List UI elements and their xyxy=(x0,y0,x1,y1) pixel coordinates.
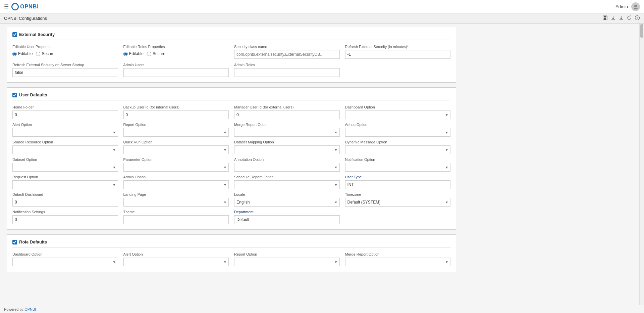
scrollbar[interactable] xyxy=(639,24,644,283)
dataset-mapping-select[interactable] xyxy=(234,145,340,154)
admin-users-label: Admin Users xyxy=(123,63,229,67)
default-dashboard-group: Default Dashboard xyxy=(12,192,118,207)
dynamic-message-select[interactable] xyxy=(345,145,451,154)
alert-option-group: Alert Option ▼ xyxy=(12,123,118,137)
brand-text: OPNBI xyxy=(20,4,39,10)
timezone-wrap: Default (SYSTEM) ▼ xyxy=(345,198,451,207)
user-defaults-checkbox[interactable] xyxy=(12,93,17,97)
annotation-option-select[interactable] xyxy=(234,163,340,172)
user-type-input[interactable] xyxy=(345,180,451,189)
backup-user-group: Backup User Id (for internal users) xyxy=(123,105,229,119)
rd-merge-report-select[interactable] xyxy=(345,258,451,266)
locale-select[interactable]: English xyxy=(234,198,340,207)
dashboard-option-group: Dashboard Option ▼ xyxy=(345,105,451,119)
editable-radio-item[interactable]: Editable xyxy=(12,51,33,56)
roles-editable-radio-item[interactable]: Editable xyxy=(123,51,144,56)
rd-dashboard-option-wrap: ▼ xyxy=(12,258,118,266)
shared-resource-wrap: ▼ xyxy=(12,145,118,154)
rd-report-option-select[interactable] xyxy=(234,258,340,266)
secure-radio-item[interactable]: Secure xyxy=(36,51,54,56)
rd-dashboard-option-select[interactable] xyxy=(12,258,118,266)
save-icon[interactable] xyxy=(602,15,608,21)
editable-user-props-radios: Editable Secure xyxy=(12,51,118,56)
timezone-select[interactable]: Default (SYSTEM) xyxy=(345,198,451,207)
timezone-label: Timezone xyxy=(345,192,451,196)
parameter-option-wrap: ▼ xyxy=(123,163,229,172)
landing-page-select[interactable] xyxy=(123,198,229,207)
role-defaults-checkbox[interactable] xyxy=(12,240,17,244)
refresh-ext-security-input[interactable] xyxy=(345,50,451,59)
schedule-report-label: Schedule Report Option xyxy=(234,175,340,179)
quick-run-select[interactable] xyxy=(123,145,229,154)
notification-settings-input[interactable] xyxy=(12,215,118,224)
rd-row1: Dashboard Option ▼ Alert Option ▼ Report… xyxy=(12,252,450,266)
notification-option-select[interactable] xyxy=(345,163,451,172)
adhoc-option-label: Adhoc Option xyxy=(345,123,451,127)
ud-row6: Default Dashboard Landing Page ▼ Locale … xyxy=(12,192,450,207)
parameter-option-group: Parameter Option ▼ xyxy=(123,158,229,172)
parameter-option-select[interactable] xyxy=(123,163,229,172)
alert-option-select[interactable] xyxy=(12,128,118,137)
admin-roles-label: Admin Roles xyxy=(234,63,340,67)
dynamic-message-wrap: ▼ xyxy=(345,145,451,154)
timezone-group: Timezone Default (SYSTEM) ▼ xyxy=(345,192,451,207)
notification-option-group: Notification Option ▼ xyxy=(345,158,451,172)
default-dashboard-label: Default Dashboard xyxy=(12,192,118,196)
roles-secure-radio-item[interactable]: Secure xyxy=(147,51,165,56)
dashboard-option-select[interactable] xyxy=(345,110,451,119)
merge-report-select[interactable] xyxy=(234,128,340,137)
shared-resource-select[interactable] xyxy=(12,145,118,154)
refresh-startup-input[interactable] xyxy=(12,68,118,77)
download-icon[interactable] xyxy=(610,15,616,21)
request-option-select[interactable] xyxy=(12,180,118,189)
admin-roles-input[interactable] xyxy=(234,68,340,77)
department-input[interactable] xyxy=(234,215,340,224)
rd-merge-report-wrap: ▼ xyxy=(345,258,451,266)
report-option-select[interactable] xyxy=(123,128,229,137)
avatar[interactable] xyxy=(631,2,640,11)
ud-row2: Alert Option ▼ Report Option ▼ Merge Rep… xyxy=(12,123,450,137)
theme-input[interactable] xyxy=(123,215,229,224)
manager-user-group: Manager User Id (for external users) xyxy=(234,105,340,119)
admin-users-input[interactable] xyxy=(123,68,229,77)
ud-row7: Notification Settings Theme Department xyxy=(12,210,450,224)
landing-page-wrap: ▼ xyxy=(123,198,229,207)
rd-alert-option-group: Alert Option ▼ xyxy=(123,252,229,266)
svg-point-1 xyxy=(634,8,638,9)
dataset-option-select[interactable] xyxy=(12,163,118,172)
page-title: OPNBI Configurations xyxy=(4,16,47,21)
secure-radio[interactable] xyxy=(36,52,40,56)
svg-text:?: ? xyxy=(637,16,638,20)
hamburger-icon[interactable]: ☰ xyxy=(4,3,9,10)
manager-user-input[interactable] xyxy=(234,110,340,119)
adhoc-option-select[interactable] xyxy=(345,128,451,137)
admin-roles-group: Admin Roles xyxy=(234,63,340,77)
annotation-option-label: Annotation Option xyxy=(234,158,340,162)
report-option-wrap: ▼ xyxy=(123,128,229,137)
user-defaults-header: User Defaults xyxy=(12,92,450,100)
security-class-input[interactable] xyxy=(234,50,340,59)
rd-alert-option-select[interactable] xyxy=(123,258,229,266)
brand-circle xyxy=(11,3,19,10)
help-icon[interactable]: ? xyxy=(635,15,640,21)
default-dashboard-input[interactable] xyxy=(12,198,118,207)
editable-radio[interactable] xyxy=(12,52,17,56)
schedule-report-select[interactable] xyxy=(234,180,340,189)
editable-user-props-group: Editable User Properties Editable Secure xyxy=(12,45,118,59)
download2-icon[interactable] xyxy=(619,15,624,21)
external-security-checkbox[interactable] xyxy=(12,32,17,37)
refresh-icon[interactable] xyxy=(627,15,632,21)
home-folder-input[interactable] xyxy=(12,110,118,119)
admin-option-select[interactable] xyxy=(123,180,229,189)
roles-secure-radio[interactable] xyxy=(147,52,151,56)
locale-wrap: English ▼ xyxy=(234,198,340,207)
security-class-group: Security class name xyxy=(234,45,340,59)
scrollbar-thumb[interactable] xyxy=(640,24,643,38)
roles-editable-radio[interactable] xyxy=(123,52,128,56)
adhoc-option-group: Adhoc Option ▼ xyxy=(345,123,451,137)
ud-placeholder xyxy=(345,210,451,224)
report-option-label: Report Option xyxy=(123,123,229,127)
dataset-mapping-wrap: ▼ xyxy=(234,145,340,154)
role-defaults-title: Role Defaults xyxy=(19,239,47,244)
backup-user-input[interactable] xyxy=(123,110,229,119)
